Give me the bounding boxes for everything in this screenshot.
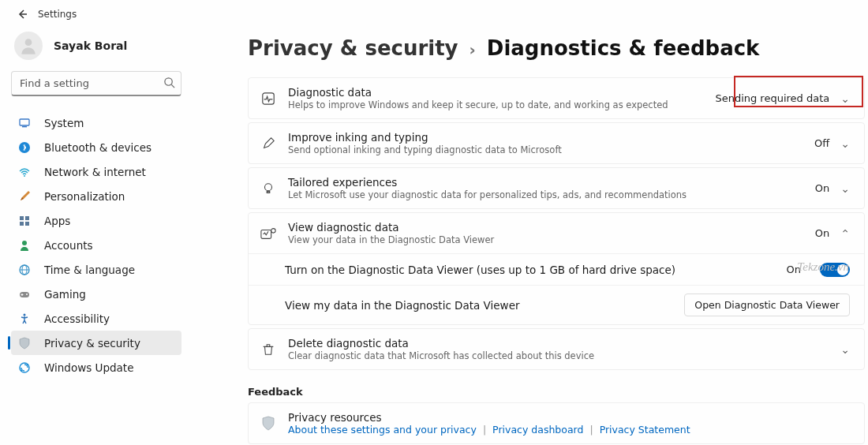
wifi-icon [17, 165, 32, 179]
card-subtitle: View your data in the Diagnostic Data Vi… [288, 234, 815, 245]
chevron-down-icon: ⌄ [840, 92, 850, 105]
globe-icon [17, 263, 32, 277]
sidebar-label: Accounts [44, 239, 93, 252]
card-value: On [815, 227, 829, 239]
chevron-up-icon: ⌃ [840, 227, 850, 240]
sidebar-label: Apps [44, 215, 70, 227]
svg-point-1 [165, 78, 172, 85]
system-icon [17, 116, 32, 130]
link-privacy-dashboard[interactable]: Privacy dashboard [492, 424, 583, 436]
card-title: View diagnostic data [288, 221, 815, 234]
sidebar-item-apps[interactable]: Apps [11, 208, 181, 233]
avatar [14, 32, 43, 60]
update-icon [17, 361, 32, 375]
svg-point-10 [22, 241, 27, 245]
search-icon [163, 77, 175, 91]
search-input[interactable] [11, 71, 181, 96]
sidebar-item-bluetooth[interactable]: Bluetooth & devices [11, 135, 181, 159]
card-subtitle: Let Microsoft use your diagnostic data f… [288, 189, 815, 200]
sidebar-label: Windows Update [44, 361, 133, 374]
trash-icon [260, 341, 277, 358]
card-privacy-resources: Privacy resources About these settings a… [248, 402, 865, 444]
chevron-right-icon: › [470, 40, 476, 59]
user-block[interactable]: Sayak Boral [11, 32, 181, 60]
card-title: Improve inking and typing [288, 131, 814, 144]
person-icon [17, 238, 32, 252]
sidebar-item-gaming[interactable]: Gaming [11, 282, 181, 306]
sidebar-label: Time & language [44, 264, 135, 276]
sidebar-label: System [44, 117, 84, 129]
apps-icon [17, 214, 32, 228]
tips-icon [260, 180, 277, 197]
svg-rect-8 [20, 222, 24, 226]
gamepad-icon [17, 287, 32, 301]
sidebar-nav: System Bluetooth & devices Network & int… [11, 110, 181, 380]
sub-row-label: View my data in the Diagnostic Data View… [285, 299, 684, 312]
svg-point-14 [26, 294, 28, 295]
card-subtitle: Send optional inking and typing diagnost… [288, 144, 814, 155]
search-box[interactable] [11, 71, 181, 96]
card-view-diagnostic-data: View diagnostic data View your data in t… [248, 212, 865, 325]
open-diagnostic-viewer-button[interactable]: Open Diagnostic Data Viewer [684, 294, 850, 316]
sidebar-item-windows-update[interactable]: Windows Update [11, 355, 181, 380]
svg-rect-9 [25, 222, 29, 226]
sidebar-label: Bluetooth & devices [44, 141, 152, 154]
sub-row-viewer-toggle: Turn on the Diagnostic Data Viewer (uses… [249, 253, 864, 285]
user-name: Sayak Boral [54, 39, 127, 52]
content-area: Privacy & security › Diagnostics & feedb… [189, 28, 868, 445]
svg-rect-3 [22, 126, 27, 127]
back-arrow-icon [16, 8, 28, 21]
svg-point-15 [24, 313, 26, 316]
sidebar-item-personalization[interactable]: Personalization [11, 184, 181, 208]
card-header[interactable]: View diagnostic data View your data in t… [249, 213, 864, 253]
toggle-switch[interactable] [820, 263, 850, 277]
svg-rect-2 [20, 119, 29, 125]
card-value: Sending required data [715, 92, 829, 104]
back-button[interactable] [14, 6, 30, 22]
shield-icon [260, 415, 277, 432]
pen-icon [260, 135, 277, 152]
sidebar-label: Accessibility [44, 312, 110, 325]
card-title: Delete diagnostic data [288, 337, 840, 350]
title-bar: Settings [0, 0, 868, 28]
card-title: Diagnostic data [288, 86, 715, 99]
sidebar-item-accounts[interactable]: Accounts [11, 233, 181, 257]
link-privacy-statement[interactable]: Privacy Statement [600, 424, 690, 436]
sub-row-open-viewer: View my data in the Diagnostic Data View… [249, 285, 864, 324]
sidebar: Sayak Boral System Bluetooth & devices N… [0, 28, 189, 445]
sidebar-item-accessibility[interactable]: Accessibility [11, 306, 181, 331]
sidebar-item-system[interactable]: System [11, 110, 181, 135]
sidebar-item-time-language[interactable]: Time & language [11, 257, 181, 282]
sidebar-label: Network & internet [44, 166, 146, 178]
svg-rect-6 [20, 216, 24, 220]
privacy-links: About these settings and your privacy | … [288, 424, 850, 436]
sidebar-label: Personalization [44, 190, 125, 203]
svg-point-5 [24, 175, 25, 177]
svg-point-18 [265, 183, 272, 190]
svg-point-0 [25, 39, 32, 46]
accessibility-icon [17, 312, 32, 326]
svg-point-20 [271, 228, 275, 232]
card-value: Off [814, 137, 829, 149]
card-value: On [815, 182, 829, 194]
card-inking-typing[interactable]: Improve inking and typing Send optional … [248, 122, 865, 164]
card-diagnostic-data[interactable]: Diagnostic data Helps to improve Windows… [248, 77, 865, 119]
card-title: Tailored experiences [288, 176, 815, 189]
card-delete-diagnostic-data[interactable]: Delete diagnostic data Clear diagnostic … [248, 328, 865, 370]
card-subtitle: Clear diagnostic data that Microsoft has… [288, 350, 840, 361]
sidebar-item-privacy-security[interactable]: Privacy & security [11, 331, 181, 355]
section-heading-feedback: Feedback [248, 386, 865, 398]
card-tailored-experiences[interactable]: Tailored experiences Let Microsoft use y… [248, 167, 865, 209]
svg-rect-7 [25, 216, 29, 220]
breadcrumb-parent[interactable]: Privacy & security [248, 36, 458, 60]
heartbeat-icon [260, 90, 277, 107]
breadcrumb: Privacy & security › Diagnostics & feedb… [248, 36, 865, 60]
page-title: Diagnostics & feedback [487, 36, 760, 60]
sidebar-item-network[interactable]: Network & internet [11, 159, 181, 184]
card-title: Privacy resources [288, 411, 850, 424]
sidebar-label: Privacy & security [44, 337, 140, 350]
chevron-down-icon: ⌄ [840, 182, 850, 195]
chevron-down-icon: ⌄ [840, 137, 850, 150]
avatar-icon [18, 36, 39, 56]
link-about-settings[interactable]: About these settings and your privacy [288, 424, 477, 436]
